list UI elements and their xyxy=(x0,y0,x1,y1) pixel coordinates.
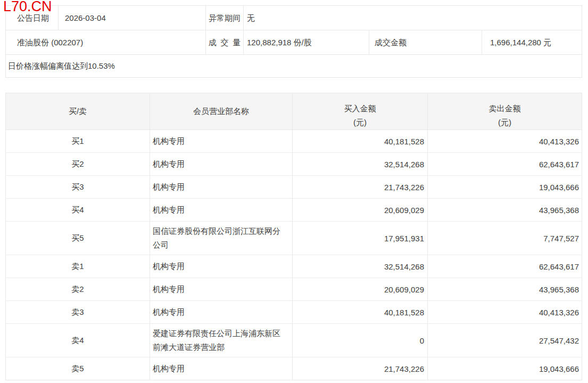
table-row: 买4 机构专用 20,609,029 43,965,368 xyxy=(6,199,582,222)
sell-amount-cell: 7,747,527 xyxy=(428,222,582,255)
buy-amount-cell: 32,514,268 xyxy=(293,153,428,175)
sell-amount-cell: 27,547,432 xyxy=(428,324,582,357)
buy-amount-cell: 32,514,268 xyxy=(293,255,428,278)
branch-name-cell: 机构专用 xyxy=(150,153,293,175)
announce-date-value: 2026-03-04 xyxy=(59,6,206,30)
buy-sell-rank-cell: 买3 xyxy=(6,176,150,198)
turnover-value: 1,696,144,280 元 xyxy=(482,30,582,54)
buy-amount-cell: 21,743,226 xyxy=(293,357,428,380)
table-row: 卖4 爱建证券有限责任公司上海浦东新区前滩大道证券营业部 0 27,547,43… xyxy=(6,324,582,357)
volume-label: 成交量 xyxy=(206,30,244,54)
branch-name-cell: 机构专用 xyxy=(150,176,293,198)
branch-name-cell: 国信证券股份有限公司浙江互联网分公司 xyxy=(150,222,293,255)
sell-amount-cell: 62,643,617 xyxy=(428,153,582,175)
info-row-2: 准油股份 (002207) 成交量 120,882,918 份/股 成交金额 1… xyxy=(6,30,582,55)
table-row: 卖5 机构专用 21,743,226 19,043,666 xyxy=(6,357,582,380)
turnover-label: 成交金额 xyxy=(369,30,482,54)
buy-amount-cell: 17,951,931 xyxy=(293,222,428,255)
header-buy-amount-line1: 买入金额 xyxy=(344,102,376,116)
buy-sell-rank-cell: 卖3 xyxy=(6,301,150,323)
buy-sell-rank-cell: 卖4 xyxy=(6,324,150,357)
branch-name-cell: 机构专用 xyxy=(150,301,293,323)
sell-amount-cell: 43,965,368 xyxy=(428,199,582,221)
sell-amount-cell: 19,043,666 xyxy=(428,357,582,380)
buy-sell-rank-cell: 卖2 xyxy=(6,278,150,300)
announcement-info-box: 公告日期 2026-03-04 异常期间 无 准油股份 (002207) 成交量… xyxy=(5,5,582,78)
info-row-1: 公告日期 2026-03-04 异常期间 无 xyxy=(6,6,582,30)
buy-sell-rank-cell: 买2 xyxy=(6,153,150,175)
buy-sell-rank-cell: 买1 xyxy=(6,130,150,152)
table-row: 买5 国信证券股份有限公司浙江互联网分公司 17,951,931 7,747,5… xyxy=(6,222,582,255)
branch-name-cell: 机构专用 xyxy=(150,255,293,278)
deviation-note: 日价格涨幅偏离值达到10.53% xyxy=(6,55,582,77)
table-row: 卖2 机构专用 20,609,029 43,965,368 xyxy=(6,278,582,301)
header-buy-amount: 买入金额 (元) xyxy=(293,93,428,129)
sell-amount-cell: 43,965,368 xyxy=(428,278,582,300)
abnormal-period-value: 无 xyxy=(244,6,582,30)
buy-sell-rank-cell: 卖1 xyxy=(6,255,150,278)
branch-name-cell: 机构专用 xyxy=(150,199,293,221)
branch-name-cell: 机构专用 xyxy=(150,357,293,380)
buy-amount-cell: 20,609,029 xyxy=(293,278,428,300)
sell-amount-cell: 40,413,326 xyxy=(428,301,582,323)
sell-amount-cell: 62,643,617 xyxy=(428,255,582,278)
buy-sell-rank-cell: 买4 xyxy=(6,199,150,221)
table-row: 卖3 机构专用 40,181,528 40,413,326 xyxy=(6,301,582,324)
buy-amount-cell: 40,181,528 xyxy=(293,301,428,323)
table-row: 买2 机构专用 32,514,268 62,643,617 xyxy=(6,153,582,176)
site-watermark: L70.CN xyxy=(3,0,52,14)
table-header-row: 买/卖 会员营业部名称 买入金额 (元) 卖出金额 (元) xyxy=(6,93,582,130)
header-sell-amount: 卖出金额 (元) xyxy=(428,93,582,129)
stock-name: 准油股份 (002207) xyxy=(6,30,206,54)
table-row: 买3 机构专用 21,743,226 19,043,666 xyxy=(6,176,582,199)
branch-name-cell: 爱建证券有限责任公司上海浦东新区前滩大道证券营业部 xyxy=(150,324,293,357)
buy-amount-cell: 20,609,029 xyxy=(293,199,428,221)
buy-sell-rank-cell: 买5 xyxy=(6,222,150,255)
table-row: 买1 机构专用 40,181,528 40,413,326 xyxy=(6,130,582,153)
table-row: 卖1 机构专用 32,514,268 62,643,617 xyxy=(6,255,582,278)
buy-sell-rank-cell: 卖5 xyxy=(6,357,150,380)
volume-value: 120,882,918 份/股 xyxy=(244,30,369,54)
header-branch-name: 会员营业部名称 xyxy=(150,93,293,129)
abnormal-period-label: 异常期间 xyxy=(206,6,244,30)
header-buy-sell: 买/卖 xyxy=(6,93,150,129)
buy-amount-cell: 0 xyxy=(293,324,428,357)
branch-name-cell: 机构专用 xyxy=(150,278,293,300)
buy-amount-cell: 40,181,528 xyxy=(293,130,428,152)
sell-amount-cell: 19,043,666 xyxy=(428,176,582,198)
page: L70.CN 公告日期 2026-03-04 异常期间 无 准油股份 (0022… xyxy=(0,0,588,383)
header-buy-amount-unit: (元) xyxy=(353,116,367,129)
buy-amount-cell: 21,743,226 xyxy=(293,176,428,198)
header-sell-amount-line1: 卖出金额 xyxy=(489,102,521,116)
broker-table: 买/卖 会员营业部名称 买入金额 (元) 卖出金额 (元) 买1 机构专用 40… xyxy=(5,93,582,380)
branch-name-cell: 机构专用 xyxy=(150,130,293,152)
sell-amount-cell: 40,413,326 xyxy=(428,130,582,152)
header-sell-amount-unit: (元) xyxy=(498,116,511,129)
